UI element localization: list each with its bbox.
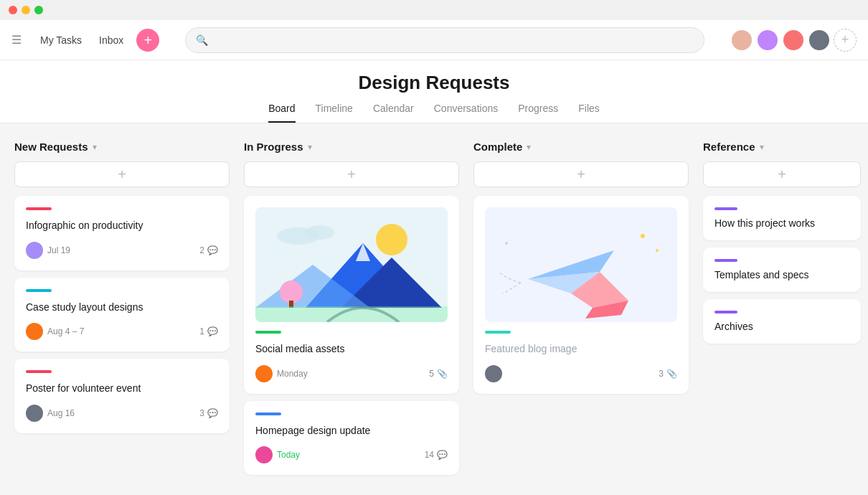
search-icon: 🔍	[196, 34, 208, 46]
avatar-2[interactable]	[756, 29, 779, 52]
card-user: Aug 16	[26, 405, 75, 422]
card-user: Jul 19	[26, 242, 70, 259]
column-new-requests: New Requests ▾ + Infographic on producti…	[14, 141, 230, 492]
ref-card-templates[interactable]: Templates and specs	[703, 248, 861, 292]
tab-conversations[interactable]: Conversations	[434, 103, 499, 123]
card-title: Poster for volunteer event	[26, 382, 218, 396]
svg-point-3	[376, 224, 407, 255]
minimize-button[interactable]	[22, 6, 30, 14]
avatar	[485, 365, 502, 382]
column-header-new-requests: New Requests ▾	[14, 141, 230, 153]
chevron-down-icon[interactable]: ▾	[93, 142, 97, 152]
comment-icon: 💬	[207, 326, 218, 336]
svg-rect-10	[255, 306, 448, 322]
top-nav: ☰ My Tasks Inbox + 🔍 +	[0, 20, 868, 60]
ref-tag	[714, 259, 737, 262]
card-user	[485, 365, 502, 382]
card-meta: 14 💬	[425, 450, 448, 460]
avatar	[26, 242, 43, 259]
add-button[interactable]: +	[136, 29, 159, 52]
card-title: Homepage design update	[255, 424, 448, 438]
card-user: Today	[255, 446, 300, 463]
card-tag	[485, 331, 511, 334]
card-date: Monday	[277, 369, 308, 379]
svg-point-8	[280, 280, 303, 303]
ref-tag	[714, 207, 737, 210]
avatar	[255, 446, 273, 463]
ref-title: How this project works	[714, 217, 849, 229]
column-header-reference: Reference ▾	[703, 141, 861, 153]
card-title: Social media assets	[255, 342, 448, 357]
comment-icon: 💬	[437, 450, 448, 460]
card-date: Today	[277, 450, 300, 460]
comment-count: 1	[199, 326, 204, 336]
add-card-new-requests[interactable]: +	[14, 161, 230, 187]
card-title: Infographic on productivity	[26, 219, 218, 233]
card-footer: Jul 19 2 💬	[26, 242, 218, 259]
column-title-complete: Complete	[473, 141, 522, 153]
card-tag	[255, 331, 281, 334]
chevron-down-icon[interactable]: ▾	[527, 142, 531, 152]
avatars-group: +	[730, 29, 857, 52]
add-card-reference[interactable]: +	[703, 161, 861, 187]
avatar-1[interactable]	[730, 29, 753, 52]
plus-icon: +	[144, 33, 153, 47]
card-user: Monday	[255, 365, 308, 382]
card-meta: 3 📎	[659, 369, 677, 379]
tab-timeline[interactable]: Timeline	[316, 103, 353, 123]
ref-tag	[714, 311, 737, 314]
card-meta: 5 📎	[429, 369, 448, 379]
chevron-down-icon[interactable]: ▾	[308, 142, 312, 152]
column-title-reference: Reference	[703, 141, 755, 153]
ref-card-archives[interactable]: Archives	[703, 299, 861, 344]
tab-files[interactable]: Files	[578, 103, 600, 123]
card-date: Jul 19	[47, 245, 70, 255]
close-button[interactable]	[9, 6, 17, 14]
card-blog-image[interactable]: Featured blog image 3 📎	[473, 196, 689, 394]
card-infographic[interactable]: Infographic on productivity Jul 19 2 💬	[14, 196, 230, 270]
my-tasks-link[interactable]: My Tasks	[36, 32, 86, 49]
column-header-in-progress: In Progress ▾	[244, 141, 459, 153]
svg-point-17	[656, 249, 659, 252]
comment-count: 5	[429, 369, 434, 379]
inbox-link[interactable]: Inbox	[95, 32, 128, 49]
card-tag	[26, 370, 52, 373]
add-card-in-progress[interactable]: +	[244, 161, 459, 187]
card-footer: Monday 5 📎	[255, 365, 448, 382]
card-homepage[interactable]: Homepage design update Today 14 💬	[244, 401, 459, 476]
avatar-4[interactable]	[808, 29, 831, 52]
search-bar[interactable]: 🔍	[185, 27, 704, 53]
column-reference: Reference ▾ + How this project works Tem…	[703, 141, 861, 492]
card-footer: 3 📎	[485, 365, 677, 382]
comment-icon: 💬	[207, 408, 218, 418]
comment-icon: 💬	[207, 245, 218, 255]
ref-card-how-project-works[interactable]: How this project works	[703, 196, 861, 240]
card-meta: 2 💬	[199, 245, 218, 255]
column-in-progress: In Progress ▾ +	[244, 141, 459, 492]
comment-count: 3	[659, 369, 664, 379]
add-card-complete[interactable]: +	[473, 161, 689, 187]
tab-progress[interactable]: Progress	[518, 103, 558, 123]
avatar	[26, 323, 43, 340]
avatar	[26, 405, 43, 422]
maximize-button[interactable]	[34, 6, 43, 14]
title-bar	[0, 0, 868, 20]
card-poster[interactable]: Poster for volunteer event Aug 16 3 💬	[14, 359, 230, 433]
tab-board[interactable]: Board	[268, 103, 295, 123]
card-tag	[255, 412, 281, 415]
chevron-down-icon[interactable]: ▾	[760, 142, 764, 152]
avatar-3[interactable]	[782, 29, 805, 52]
menu-icon[interactable]: ☰	[11, 33, 22, 47]
card-case-study[interactable]: Case study layout designs Aug 4 – 7 1 💬	[14, 278, 230, 352]
card-footer: Today 14 💬	[255, 446, 448, 463]
column-title-in-progress: In Progress	[244, 141, 303, 153]
comment-count: 14	[425, 450, 434, 460]
ref-title: Archives	[714, 321, 849, 332]
card-social-media[interactable]: Social media assets Monday 5 📎	[244, 196, 459, 394]
add-member-button[interactable]: +	[834, 29, 857, 52]
card-image	[255, 207, 448, 322]
tab-calendar[interactable]: Calendar	[373, 103, 414, 123]
board: New Requests ▾ + Infographic on producti…	[0, 123, 868, 495]
card-footer: Aug 4 – 7 1 💬	[26, 323, 218, 340]
card-tag	[26, 289, 52, 292]
